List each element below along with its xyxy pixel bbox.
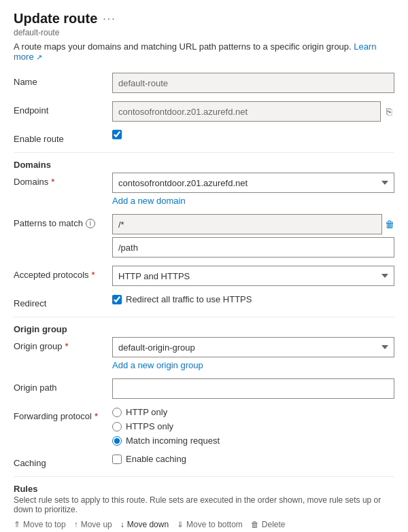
delete-icon: 🗑 bbox=[251, 520, 259, 529]
route-subtitle: default-route bbox=[14, 28, 394, 37]
forwarding-required: * bbox=[95, 411, 98, 421]
accepted-protocols-label: Accepted protocols * bbox=[14, 266, 112, 280]
external-link-icon: ↗ bbox=[36, 53, 42, 61]
domains-select[interactable]: contosofrontdoor.z01.azurefd.net bbox=[112, 173, 394, 193]
origin-path-input[interactable] bbox=[112, 378, 394, 399]
caching-text: Enable caching bbox=[126, 454, 186, 464]
pattern1-input[interactable] bbox=[112, 214, 382, 234]
move-to-bottom-button[interactable]: ⇓ Move to bottom bbox=[177, 520, 243, 529]
move-to-top-button[interactable]: ⇑ Move to top bbox=[14, 520, 66, 529]
patterns-row: Patterns to match i 🗑 bbox=[14, 214, 394, 258]
redirect-checkbox[interactable] bbox=[112, 295, 122, 304]
domains-section-header: Domains bbox=[14, 160, 394, 170]
match-incoming-label: Match incoming request bbox=[126, 436, 220, 446]
origin-group-select[interactable]: default-origin-group bbox=[112, 337, 394, 357]
enable-route-row: Enable route bbox=[14, 130, 394, 144]
https-only-label: HTTPS only bbox=[126, 421, 173, 431]
rules-desc: Select rule sets to apply to this route.… bbox=[14, 495, 394, 514]
page-title: Update route bbox=[14, 11, 97, 26]
name-row: Name bbox=[14, 73, 394, 93]
move-down-label: Move down bbox=[127, 520, 169, 529]
origin-required: * bbox=[65, 341, 69, 351]
enable-route-label: Enable route bbox=[14, 130, 112, 144]
pattern1-delete-icon[interactable]: 🗑 bbox=[385, 219, 394, 230]
https-only-radio[interactable] bbox=[112, 422, 122, 431]
delete-label: Delete bbox=[262, 520, 286, 529]
redirect-text: Redirect all traffic to use HTTPS bbox=[126, 294, 252, 304]
domains-row: Domains * contosofrontdoor.z01.azurefd.n… bbox=[14, 173, 394, 206]
move-bottom-label: Move to bottom bbox=[186, 520, 243, 529]
http-only-radio[interactable] bbox=[112, 408, 122, 417]
caching-label: Caching bbox=[14, 454, 112, 468]
accepted-protocols-row: Accepted protocols * HTTP and HTTPS bbox=[14, 266, 394, 286]
copy-icon[interactable]: ⎘ bbox=[384, 103, 394, 120]
protocols-required: * bbox=[92, 270, 95, 280]
ellipsis-menu-button[interactable]: ··· bbox=[103, 13, 116, 25]
endpoint-row: Endpoint ⎘ bbox=[14, 101, 394, 122]
origin-group-label: Origin group * bbox=[14, 337, 112, 351]
http-only-label: HTTP only bbox=[126, 407, 167, 417]
name-label: Name bbox=[14, 73, 112, 87]
enable-route-checkbox[interactable] bbox=[112, 130, 122, 139]
move-top-label: Move to top bbox=[23, 520, 66, 529]
pattern2-input[interactable] bbox=[112, 237, 394, 258]
move-bottom-icon: ⇓ bbox=[177, 520, 184, 529]
origin-path-row: Origin path bbox=[14, 378, 394, 399]
caching-checkbox[interactable] bbox=[112, 455, 122, 464]
redirect-row: Redirect Redirect all traffic to use HTT… bbox=[14, 294, 394, 308]
forwarding-protocol-row: Forwarding protocol * HTTP only HTTPS on… bbox=[14, 407, 394, 446]
patterns-info-icon[interactable]: i bbox=[86, 219, 95, 228]
delete-rule-button[interactable]: 🗑 Delete bbox=[251, 520, 286, 529]
caching-row: Caching Enable caching bbox=[14, 454, 394, 468]
move-up-icon: ↑ bbox=[74, 520, 78, 529]
name-input[interactable] bbox=[112, 73, 394, 93]
match-incoming-radio[interactable] bbox=[112, 436, 122, 446]
move-down-icon: ↓ bbox=[120, 520, 124, 529]
redirect-label: Redirect bbox=[14, 294, 112, 308]
endpoint-label: Endpoint bbox=[14, 101, 112, 116]
rules-toolbar: ⇑ Move to top ↑ Move up ↓ Move down ⇓ Mo… bbox=[14, 520, 394, 529]
move-down-button[interactable]: ↓ Move down bbox=[120, 520, 169, 529]
accepted-protocols-select[interactable]: HTTP and HTTPS bbox=[112, 266, 394, 286]
domains-required: * bbox=[51, 177, 54, 187]
add-origin-link[interactable]: Add a new origin group bbox=[112, 360, 203, 370]
patterns-label: Patterns to match i bbox=[14, 214, 112, 228]
move-top-icon: ⇑ bbox=[14, 520, 20, 529]
endpoint-input bbox=[112, 101, 381, 122]
rules-title: Rules bbox=[14, 484, 394, 494]
move-up-button[interactable]: ↑ Move up bbox=[74, 520, 112, 529]
origin-group-row: Origin group * default-origin-group Add … bbox=[14, 337, 394, 370]
forwarding-label: Forwarding protocol * bbox=[14, 407, 112, 421]
origin-path-label: Origin path bbox=[14, 378, 112, 393]
page-description: A route maps your domains and matching U… bbox=[14, 41, 394, 62]
rules-section: Rules Select rule sets to apply to this … bbox=[14, 484, 394, 532]
move-up-label: Move up bbox=[81, 520, 112, 529]
domains-label: Domains * bbox=[14, 173, 112, 187]
origin-section-header: Origin group bbox=[14, 324, 394, 334]
add-domain-link[interactable]: Add a new domain bbox=[112, 196, 186, 206]
